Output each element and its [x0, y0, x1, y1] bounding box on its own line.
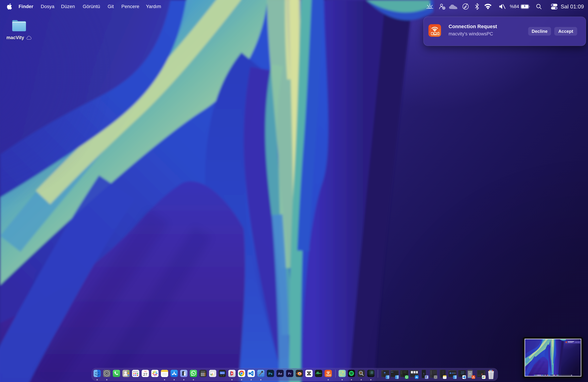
svg-text:27: 27	[143, 372, 147, 377]
svg-text:Sal: Sal	[144, 370, 147, 372]
svg-text:Ps: Ps	[268, 372, 272, 376]
svg-text:Ae: Ae	[278, 372, 282, 376]
svg-text:Pr: Pr	[288, 372, 292, 376]
svg-text:420.0: 420.0	[220, 373, 224, 374]
